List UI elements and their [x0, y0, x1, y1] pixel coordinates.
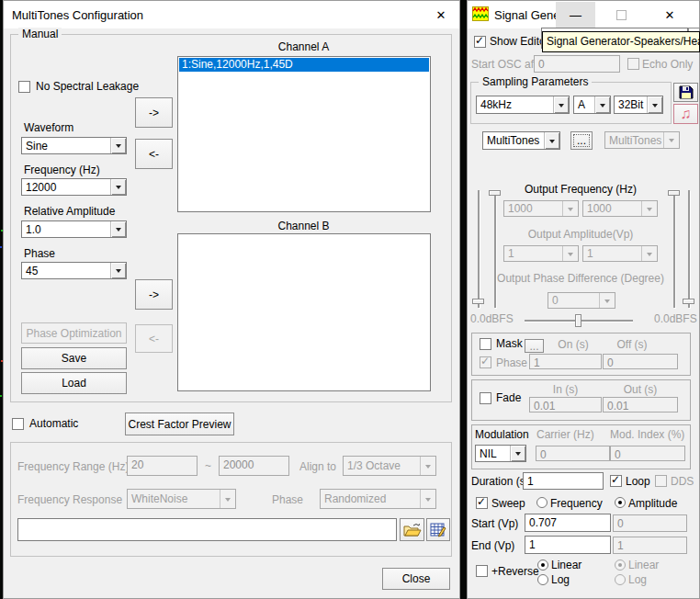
modulation-type-select[interactable]: NIL	[475, 445, 526, 462]
chevron-down-icon[interactable]	[647, 96, 662, 113]
level-slider-right-inner-thumb[interactable]	[668, 190, 680, 196]
level-slider-left-outer-thumb[interactable]	[472, 299, 484, 304]
frequency-range-label: Frequency Range (Hz)	[17, 461, 129, 473]
modulation-label: Modulation	[475, 429, 529, 441]
close-button[interactable]: ✕	[424, 2, 457, 28]
check-icon: ✓	[477, 496, 486, 507]
mask-off-field: 0	[603, 354, 678, 369]
channel-b-listbox[interactable]	[177, 233, 431, 391]
sample-rate-select[interactable]: 48kHz	[476, 96, 570, 114]
no-spectral-leakage-label: No Spectral Leakage	[36, 81, 139, 93]
frequency-select[interactable]: 12000	[21, 178, 127, 196]
level-slider-left-outer[interactable]	[478, 190, 480, 308]
sweep-scale-log-label: Log	[551, 574, 570, 586]
output-frequency-a-value: 1000	[504, 202, 562, 215]
carrier-label: Carrier (Hz)	[536, 429, 594, 441]
list-item[interactable]: 1:Sine,12000Hz,1,45D	[179, 58, 429, 72]
mask-checkbox[interactable]	[480, 338, 491, 350]
chevron-down-icon[interactable]	[553, 96, 569, 113]
no-spectral-leakage-checkbox[interactable]	[18, 81, 30, 93]
save-button[interactable]: Save	[21, 347, 127, 369]
relative-amplitude-select[interactable]: 1.0	[21, 220, 127, 238]
file-path-field[interactable]	[17, 518, 397, 541]
level-slider-left-inner-thumb[interactable]	[489, 190, 501, 196]
output-amplitude-label: Output Amplitude(Vp)	[503, 229, 658, 241]
close-icon: ✕	[665, 8, 675, 22]
add-to-channel-a-button[interactable]: ->	[135, 97, 173, 128]
relative-amplitude-value: 1.0	[22, 223, 110, 236]
duration-label: Duration (s)	[471, 476, 529, 488]
open-file-button[interactable]	[400, 518, 424, 541]
waveform-select[interactable]: Sine	[21, 137, 127, 154]
fade-checkbox[interactable]	[480, 392, 491, 404]
sweep-end-field[interactable]: 1	[525, 536, 611, 554]
reverse-label: +Reverse	[491, 566, 539, 578]
phase-select[interactable]: 45	[21, 262, 127, 279]
chevron-down-icon	[220, 490, 235, 508]
sampling-parameters-label: Sampling Parameters	[479, 75, 592, 88]
minimize-button[interactable]: —	[556, 2, 595, 28]
mask-more-button[interactable]: ...	[525, 339, 544, 353]
loop-checkbox[interactable]: ✓	[610, 475, 622, 487]
save-signal-button[interactable]	[673, 83, 698, 102]
signal-type-a-select[interactable]: MultiTones	[482, 131, 560, 150]
check-icon: ✓	[611, 474, 620, 485]
frequency-response-label: Frequency Response	[17, 494, 122, 506]
output-amplitude-a-value: 1	[504, 247, 562, 260]
channel-a-label: Channel A	[177, 41, 430, 53]
crest-factor-preview-button[interactable]: Crest Factor Preview	[125, 413, 234, 435]
start-osc-field: 0	[534, 55, 620, 73]
chevron-down-icon[interactable]	[544, 132, 559, 149]
level-slider-right-outer-thumb[interactable]	[683, 299, 694, 304]
align-to-select: 1/3 Octave	[343, 456, 436, 476]
channel-select[interactable]: A	[573, 96, 611, 114]
channel-b-label: Channel B	[177, 220, 430, 232]
chevron-down-icon[interactable]	[510, 446, 525, 461]
sweep-amplitude-radio[interactable]	[615, 497, 626, 508]
modulation-type-value: NIL	[476, 447, 510, 460]
channel-a-listbox[interactable]: 1:Sine,12000Hz,1,45D	[177, 56, 431, 212]
output-frequency-b-value: 1000	[583, 202, 641, 215]
loop-label: Loop	[626, 476, 650, 488]
balance-slider-thumb[interactable]	[575, 314, 581, 327]
fade-out-field: 0.01	[603, 397, 678, 413]
output-phase-difference-select: 0	[548, 292, 615, 309]
frequency-value: 12000	[22, 181, 110, 194]
bit-depth-select[interactable]: 32Bit	[614, 96, 663, 114]
sweep-start-field-b: 0	[613, 514, 687, 532]
sweep-scale-log-radio[interactable]	[537, 574, 548, 585]
remove-from-channel-a-button[interactable]: <-	[135, 139, 173, 169]
sweep-frequency-radio[interactable]	[536, 497, 548, 508]
sweep-frequency-label: Frequency	[550, 498, 603, 510]
reverse-checkbox[interactable]	[476, 565, 488, 577]
close-dialog-button[interactable]: Close	[382, 568, 450, 590]
check-icon: ✓	[480, 356, 490, 367]
play-tone-button[interactable]: ♫	[673, 104, 698, 124]
phase-label: Phase	[24, 248, 55, 260]
chevron-down-icon[interactable]	[110, 221, 126, 237]
output-frequency-label: Output Frequency (Hz)	[503, 184, 658, 196]
close-button[interactable]: ✕	[648, 2, 692, 28]
add-to-channel-b-button[interactable]: ->	[135, 279, 173, 310]
level-slider-left-inner[interactable]	[494, 190, 496, 308]
level-slider-right-inner[interactable]	[673, 190, 675, 308]
app-icon	[472, 6, 489, 24]
chevron-down-icon[interactable]	[594, 96, 610, 113]
mod-index-field: 0	[610, 446, 685, 461]
chevron-down-icon[interactable]	[110, 179, 126, 195]
level-slider-right-outer[interactable]	[688, 190, 690, 308]
sweep-scale-linear-radio[interactable]	[537, 559, 548, 571]
dds-label: DDS	[671, 476, 694, 488]
duration-field[interactable]: 1	[523, 472, 604, 490]
chevron-down-icon[interactable]	[110, 138, 126, 153]
load-button[interactable]: Load	[21, 372, 127, 394]
sweep-checkbox[interactable]: ✓	[476, 497, 488, 509]
chevron-down-icon[interactable]	[110, 263, 126, 278]
edit-table-button[interactable]	[426, 518, 450, 541]
show-editor-checkbox[interactable]: ✓	[474, 36, 486, 48]
mask-on-label: On (s)	[545, 339, 602, 351]
maximize-button[interactable]	[602, 2, 641, 28]
signal-config-button[interactable]: ...	[570, 131, 593, 150]
automatic-checkbox[interactable]	[12, 418, 24, 430]
sweep-start-field[interactable]: 0.707	[525, 514, 611, 532]
